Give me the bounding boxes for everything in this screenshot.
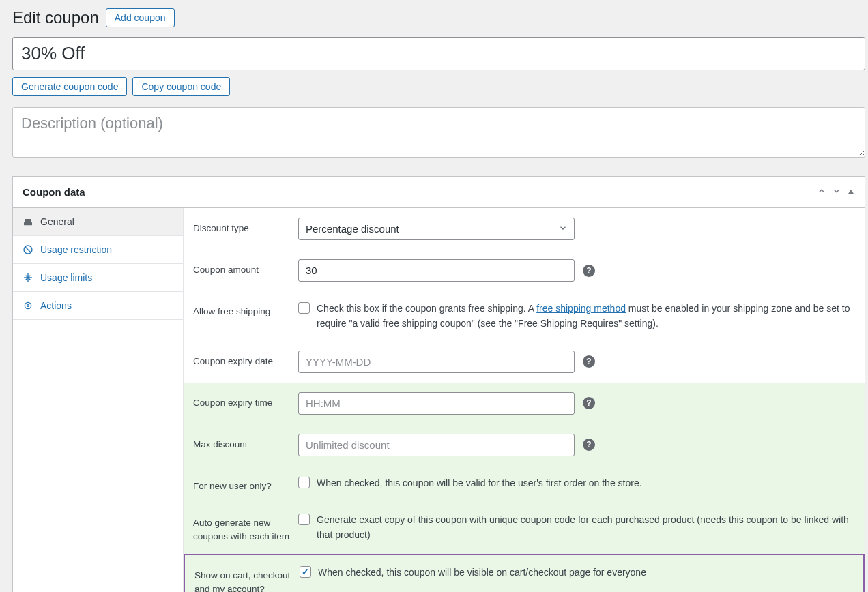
show-cart-label: Show on cart, checkout and my account? xyxy=(194,565,300,592)
show-cart-text: When checked, this coupon will be visibl… xyxy=(318,565,646,580)
panel-down-icon[interactable] xyxy=(832,186,841,198)
coupon-amount-input[interactable] xyxy=(298,259,575,282)
panel-toggle-icon[interactable] xyxy=(847,187,855,198)
tab-actions-label: Actions xyxy=(40,300,72,311)
max-discount-label: Max discount xyxy=(193,434,298,452)
coupon-name-input[interactable] xyxy=(12,37,865,70)
panel-title: Coupon data xyxy=(23,186,811,198)
ticket-icon xyxy=(23,216,33,227)
help-icon[interactable]: ? xyxy=(583,265,595,277)
discount-type-select[interactable]: Percentage discount xyxy=(298,218,575,240)
free-shipping-text: Check this box if the coupon grants free… xyxy=(317,301,855,331)
highlight-box: Show on cart, checkout and my account? W… xyxy=(184,554,865,592)
svg-rect-1 xyxy=(24,222,32,226)
auto-gen-label: Auto generate new coupons with each item xyxy=(193,512,298,544)
tab-limits-label: Usage limits xyxy=(40,272,92,283)
add-coupon-button[interactable]: Add coupon xyxy=(106,8,175,27)
sliders-icon xyxy=(23,272,33,283)
new-user-checkbox[interactable] xyxy=(298,477,310,488)
free-shipping-label: Allow free shipping xyxy=(193,301,298,319)
panel-up-icon[interactable] xyxy=(817,186,826,198)
description-textarea[interactable] xyxy=(12,107,865,158)
page-title: Edit coupon xyxy=(12,8,99,27)
tab-usage-restriction[interactable]: Usage restriction xyxy=(13,236,183,264)
svg-point-9 xyxy=(27,305,29,307)
auto-gen-checkbox[interactable] xyxy=(298,514,310,525)
copy-code-button[interactable]: Copy coupon code xyxy=(132,77,230,96)
side-tabs: General Usage restriction Usage limits A… xyxy=(13,208,184,592)
coupon-amount-label: Coupon amount xyxy=(193,259,298,277)
expiry-time-input[interactable] xyxy=(298,392,575,415)
tab-general-label: General xyxy=(40,216,74,227)
help-icon[interactable]: ? xyxy=(583,397,595,409)
free-shipping-link[interactable]: free shipping method xyxy=(536,303,626,314)
tab-actions[interactable]: Actions xyxy=(13,292,183,320)
expiry-time-label: Coupon expiry time xyxy=(193,392,298,410)
coupon-data-panel: Coupon data General Usage restriction xyxy=(12,176,865,592)
show-cart-checkbox[interactable] xyxy=(300,566,311,578)
discount-type-label: Discount type xyxy=(193,218,298,235)
auto-gen-text: Generate exact copy of this coupon with … xyxy=(317,512,855,543)
help-icon[interactable]: ? xyxy=(583,439,595,451)
expiry-date-label: Coupon expiry date xyxy=(193,351,298,368)
svg-marker-0 xyxy=(848,190,854,194)
new-user-label: For new user only? xyxy=(193,475,298,493)
free-shipping-checkbox[interactable] xyxy=(298,302,310,314)
tab-restriction-label: Usage restriction xyxy=(40,244,112,255)
new-user-text: When checked, this coupon will be valid … xyxy=(317,475,642,490)
svg-line-3 xyxy=(25,246,31,252)
expiry-date-input[interactable] xyxy=(298,351,575,373)
tab-usage-limits[interactable]: Usage limits xyxy=(13,264,183,292)
gear-icon xyxy=(23,300,33,311)
svg-point-8 xyxy=(25,302,31,308)
help-icon[interactable]: ? xyxy=(583,355,595,368)
ban-icon xyxy=(23,244,33,255)
tab-general[interactable]: General xyxy=(13,208,183,236)
max-discount-input[interactable] xyxy=(298,434,575,456)
generate-code-button[interactable]: Generate coupon code xyxy=(12,77,127,96)
